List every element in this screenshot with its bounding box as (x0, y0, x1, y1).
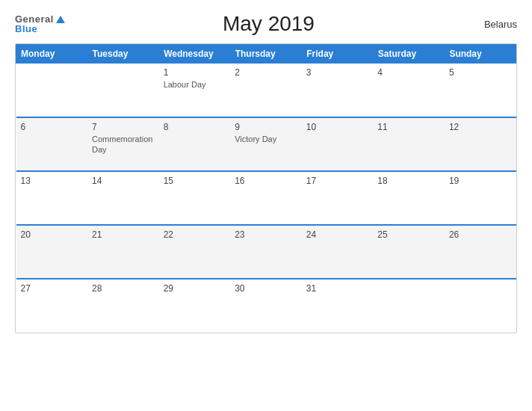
day-number: 10 (306, 122, 369, 132)
calendar-cell: 14 (87, 171, 159, 225)
weekday-header-row: Monday Tuesday Wednesday Thursday Friday… (16, 45, 516, 64)
calendar-cell: 30 (230, 279, 302, 333)
day-number: 6 (21, 122, 84, 132)
calendar-cell: 15 (159, 171, 231, 225)
calendar-cell (87, 64, 159, 117)
calendar-cell: 4 (373, 64, 445, 117)
calendar-tbody: 1Labour Day234567Commemoration Day89Vict… (16, 64, 516, 333)
page: General Blue May 2019 Belarus Monday Tue… (0, 0, 532, 411)
day-number: 23 (235, 229, 297, 240)
calendar-cell: 27 (16, 279, 88, 333)
holiday-label: Labour Day (164, 79, 226, 90)
col-sunday: Sunday (445, 45, 516, 64)
calendar-cell: 9Victory Day (230, 117, 302, 171)
day-number: 24 (306, 229, 369, 240)
calendar-cell: 13 (16, 171, 88, 225)
calendar-cell: 2 (230, 64, 302, 117)
day-number: 20 (21, 229, 84, 240)
calendar-cell: 20 (16, 225, 88, 279)
calendar-cell: 3 (302, 64, 374, 117)
day-number: 5 (449, 67, 512, 78)
day-number: 30 (235, 283, 297, 294)
calendar-cell: 8 (159, 117, 231, 171)
day-number: 12 (449, 122, 512, 132)
calendar-cell: 5 (445, 64, 516, 117)
calendar-cell (445, 279, 516, 333)
calendar-week-row: 1Labour Day2345 (16, 64, 516, 117)
calendar-cell: 31 (302, 279, 374, 333)
day-number: 4 (377, 67, 440, 78)
day-number: 11 (377, 122, 440, 132)
day-number: 16 (235, 176, 297, 186)
calendar-cell: 19 (445, 171, 516, 225)
calendar-week-row: 13141516171819 (16, 171, 516, 225)
holiday-label: Victory Day (235, 134, 297, 144)
day-number: 2 (235, 67, 297, 78)
col-monday: Monday (16, 45, 88, 64)
calendar-week-row: 2728293031 (16, 279, 516, 333)
day-number: 14 (92, 176, 155, 186)
col-wednesday: Wednesday (159, 45, 231, 64)
day-number: 3 (306, 67, 369, 78)
day-number: 19 (449, 176, 512, 186)
day-number: 29 (164, 283, 226, 294)
calendar-header: General Blue May 2019 Belarus (15, 12, 517, 36)
day-number: 15 (164, 176, 226, 186)
calendar-cell: 24 (302, 225, 374, 279)
calendar-week-row: 67Commemoration Day89Victory Day101112 (16, 117, 516, 171)
calendar-cell: 7Commemoration Day (87, 117, 159, 171)
holiday-label: Commemoration Day (92, 134, 155, 155)
calendar-table: Monday Tuesday Wednesday Thursday Friday… (16, 44, 516, 333)
day-number: 21 (92, 229, 155, 240)
day-number: 26 (449, 229, 512, 240)
calendar-cell: 17 (302, 171, 374, 225)
day-number: 9 (235, 122, 297, 132)
calendar-cell: 26 (445, 225, 516, 279)
calendar-cell: 11 (373, 117, 445, 171)
calendar-week-row: 20212223242526 (16, 225, 516, 279)
day-number: 28 (92, 283, 155, 294)
col-thursday: Thursday (230, 45, 302, 64)
calendar-wrapper: Monday Tuesday Wednesday Thursday Friday… (15, 43, 517, 333)
calendar-cell: 18 (373, 171, 445, 225)
col-friday: Friday (302, 45, 374, 64)
logo: General Blue (15, 14, 65, 34)
col-saturday: Saturday (373, 45, 445, 64)
country-label: Belarus (472, 19, 517, 30)
calendar-cell: 22 (159, 225, 231, 279)
calendar-cell: 28 (87, 279, 159, 333)
calendar-cell: 29 (159, 279, 231, 333)
day-number: 1 (164, 67, 226, 78)
calendar-cell: 25 (373, 225, 445, 279)
calendar-cell: 6 (16, 117, 88, 171)
day-number: 27 (21, 283, 84, 294)
calendar-cell: 21 (87, 225, 159, 279)
calendar-cell: 16 (230, 171, 302, 225)
logo-blue-text: Blue (15, 24, 65, 34)
calendar-cell: 23 (230, 225, 302, 279)
day-number: 18 (377, 176, 440, 186)
calendar-cell: 1Labour Day (159, 64, 231, 117)
day-number: 13 (21, 176, 84, 186)
day-number: 31 (306, 283, 369, 294)
calendar-cell: 10 (302, 117, 374, 171)
day-number: 22 (164, 229, 226, 240)
day-number: 17 (306, 176, 369, 186)
day-number: 8 (164, 122, 226, 132)
calendar-title: May 2019 (65, 12, 472, 36)
day-number: 7 (92, 122, 155, 132)
calendar-thead: Monday Tuesday Wednesday Thursday Friday… (16, 45, 516, 64)
calendar-cell (373, 279, 445, 333)
col-tuesday: Tuesday (87, 45, 159, 64)
day-number: 25 (377, 229, 440, 240)
calendar-cell (16, 64, 88, 117)
calendar-cell: 12 (445, 117, 516, 171)
logo-triangle-icon (56, 16, 65, 23)
